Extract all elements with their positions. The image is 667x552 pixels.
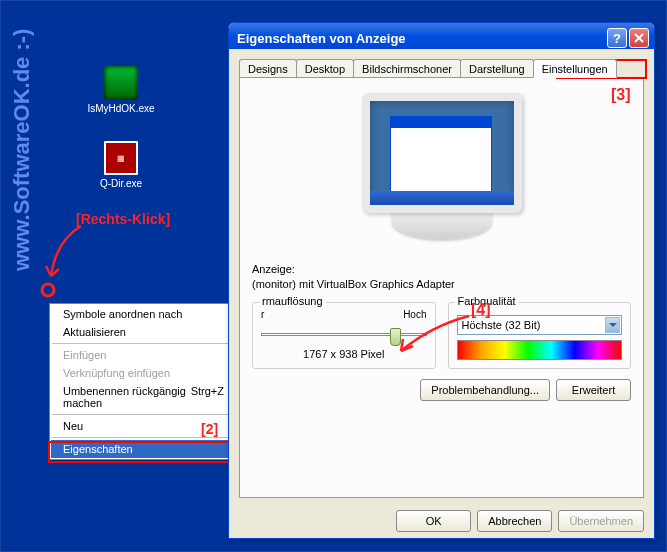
- menu-undo-rename[interactable]: Umbenennen rückgängig machenStrg+Z: [51, 382, 242, 412]
- icon-label: Q-Dir.exe: [81, 178, 161, 189]
- menu-paste: Einfügen: [51, 346, 242, 364]
- svg-point-0: [42, 284, 54, 296]
- advanced-button[interactable]: Erweitert: [556, 379, 631, 401]
- close-icon: [634, 33, 644, 43]
- watermark-side: www.SoftwareOK.de :-): [9, 29, 35, 271]
- tab-desktop[interactable]: Desktop: [296, 59, 354, 77]
- res-less: r: [261, 309, 264, 320]
- monitor-preview[interactable]: [352, 93, 532, 253]
- display-label: Anzeige:: [252, 263, 631, 275]
- display-value: (monitor) mit VirtualBox Graphics Adapte…: [252, 278, 631, 290]
- ok-button[interactable]: OK: [396, 510, 471, 532]
- troubleshoot-button[interactable]: Problembehandlung...: [420, 379, 550, 401]
- tab-appearance[interactable]: Darstellung: [460, 59, 534, 77]
- settings-panel: Anzeige: (monitor) mit VirtualBox Graphi…: [239, 78, 644, 498]
- hd-icon: [104, 66, 138, 100]
- menu-separator: [52, 414, 241, 415]
- menu-refresh[interactable]: Aktualisieren: [51, 323, 242, 341]
- menu-arrange-icons[interactable]: Symbole anordnen nach: [51, 305, 242, 323]
- annotation-3: [3]: [611, 86, 631, 104]
- annotation-arrow-4: [391, 311, 481, 361]
- dialog-title: Eigenschaften von Anzeige: [237, 31, 406, 46]
- annotation-2: [2]: [201, 421, 218, 437]
- apply-button: Übernehmen: [558, 510, 644, 532]
- display-properties-dialog: Eigenschaften von Anzeige ? Designs Desk…: [228, 22, 655, 539]
- cancel-button[interactable]: Abbrechen: [477, 510, 552, 532]
- tab-designs[interactable]: Designs: [239, 59, 297, 77]
- icon-label: IsMyHdOK.exe: [81, 103, 161, 114]
- menu-paste-shortcut: Verknüpfung einfügen: [51, 364, 242, 382]
- desktop-icon-ismyhdok[interactable]: IsMyHdOK.exe: [81, 66, 161, 114]
- qdir-icon: ▦: [104, 141, 138, 175]
- menu-separator: [52, 343, 241, 344]
- menu-properties[interactable]: Eigenschaften: [51, 440, 242, 458]
- chevron-down-icon: [605, 317, 620, 333]
- color-spectrum: [457, 340, 623, 360]
- tab-strip: Designs Desktop Bildschirmschoner Darste…: [239, 59, 644, 78]
- annotation-circle: [39, 281, 57, 299]
- close-button[interactable]: [629, 28, 649, 48]
- help-button[interactable]: ?: [607, 28, 627, 48]
- tab-screensaver[interactable]: Bildschirmschoner: [353, 59, 461, 77]
- resolution-legend: rmauflösung: [259, 295, 326, 307]
- tab-settings[interactable]: Einstellungen: [533, 59, 617, 78]
- dialog-titlebar[interactable]: Eigenschaften von Anzeige ?: [229, 23, 654, 49]
- desktop-icon-qdir[interactable]: ▦ Q-Dir.exe: [81, 141, 161, 189]
- menu-separator: [52, 437, 241, 438]
